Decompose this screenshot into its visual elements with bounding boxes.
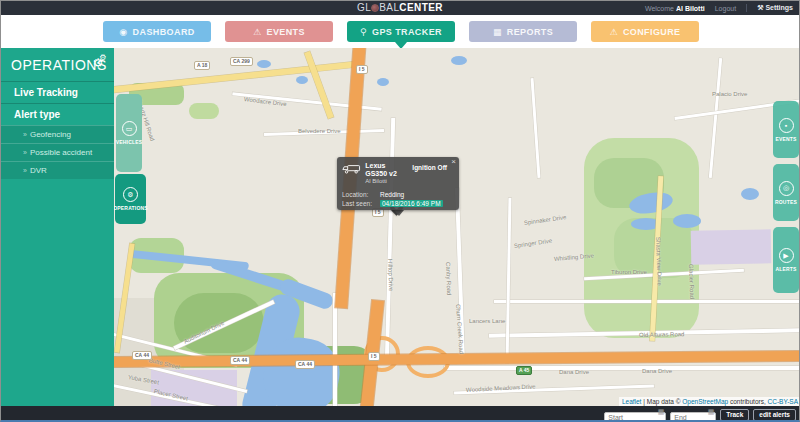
street-label: Placer Street: [153, 388, 188, 402]
track-button[interactable]: Track: [720, 409, 749, 421]
last-seen-row: Last seen:04/18/2016 6:49 PM: [342, 199, 453, 208]
location-row: Location:Redding: [342, 190, 453, 199]
street-label: Glacier Road: [688, 264, 695, 299]
tab-dashboard[interactable]: ◉DASHBOARD: [103, 21, 211, 42]
logo-text-3: CENTER: [399, 2, 443, 13]
logo-text-2: BAL: [379, 2, 399, 13]
warning-icon: ⚠: [253, 27, 261, 37]
settings-button[interactable]: ⚒ Settings: [757, 4, 793, 12]
ignition-status: Ignition Off: [412, 164, 447, 185]
truck-icon: [342, 162, 361, 176]
leaflet-link[interactable]: Leaflet: [622, 398, 642, 405]
road-shield: CA 44: [295, 360, 315, 369]
license-link[interactable]: CC-BY-SA: [768, 398, 798, 405]
street-label: Lancers Lane: [469, 318, 505, 324]
app-window: GLBALCENTER Welcome Al Bilotti Logout ⚒ …: [0, 0, 800, 422]
tab-configure[interactable]: ⚠CONFIGURE: [591, 21, 699, 42]
street-label: Dana Drive: [559, 369, 589, 375]
street-label: Old Alturas Road: [639, 331, 684, 338]
routes-panel-tab[interactable]: ◎ ROUTES: [773, 164, 799, 221]
calendar-icon[interactable]: ▦: [658, 408, 665, 416]
popup-details: Location:Redding Last seen:04/18/2016 6:…: [342, 190, 453, 208]
calendar-icon[interactable]: ▦: [708, 408, 715, 416]
street-label: Shasta View Drive: [655, 237, 663, 286]
sidebar-subitem-possible-accident[interactable]: »Possible accident: [1, 143, 114, 161]
track-controls: ▦ ▦ Track edit alerts: [604, 406, 796, 422]
street-label: Woodside Meadows Drive: [466, 383, 536, 393]
road-shield: A 45: [516, 366, 532, 375]
logo-text-1: GL: [357, 2, 371, 13]
events-panel-tab[interactable]: ▪ EVENTS: [773, 101, 799, 158]
routes-icon: ◎: [779, 181, 794, 196]
location-value: Redding: [380, 191, 404, 198]
street-label: Tiburon Drive: [611, 269, 647, 275]
street-label: Whistling Drive: [554, 253, 594, 262]
logout-link[interactable]: Logout: [715, 5, 736, 12]
street-label: Hilltop Drive: [387, 259, 394, 292]
nav-tab-row: ◉DASHBOARD ⚠EVENTS ⚲GPS TRACKER ▦REPORTS…: [103, 21, 699, 42]
welcome-text: Welcome Al Bilotti: [645, 5, 705, 12]
street-label: Canby Road: [445, 262, 452, 296]
street-label: Palacio Drive: [712, 91, 747, 97]
road-shield: I 5: [368, 352, 380, 361]
alerts-icon: ▶: [779, 248, 794, 263]
street-label: Yuba Street: [127, 374, 159, 385]
road-shield: CA 299: [230, 57, 253, 66]
sidebar-title: OPERATIONS ⚙⚙: [1, 48, 114, 81]
tab-gps-tracker[interactable]: ⚲GPS TRACKER: [347, 21, 455, 42]
wrench-icon: ⚒: [757, 4, 763, 11]
popup-tail: [394, 210, 404, 216]
osm-link[interactable]: OpenStreetMap: [682, 398, 728, 405]
gears-icon: ⚙⚙: [93, 56, 104, 70]
start-date-wrap: ▦: [604, 406, 666, 422]
driver-name: Al Bilotti: [365, 178, 408, 185]
sidebar-subitem-geofencing[interactable]: »Geofencing: [1, 125, 114, 143]
vehicle-name: Lexus GS350 v2: [365, 162, 408, 178]
street-label: Belvedere Drive: [298, 128, 341, 134]
alerts-panel-tab[interactable]: ▶ ALERTS: [773, 227, 799, 293]
sidebar-item-live-tracking[interactable]: Live Tracking: [1, 81, 114, 103]
road-shield: CA 44: [230, 356, 250, 365]
gear-icon: ⚙: [123, 187, 138, 202]
username: Al Bilotti: [676, 5, 705, 12]
vehicle-icon: ▭: [122, 121, 137, 136]
bullet-icon: »: [23, 149, 27, 156]
operations-panel-tab[interactable]: ⚙ OPERATIONS: [115, 174, 146, 224]
main-nav: ◉DASHBOARD ⚠EVENTS ⚲GPS TRACKER ▦REPORTS…: [1, 15, 799, 48]
operations-sidebar: OPERATIONS ⚙⚙ Live Tracking Alert type »…: [1, 48, 114, 406]
gauge-icon: ◉: [119, 27, 127, 37]
street-label: Auditorium Drive: [183, 320, 226, 345]
end-date-wrap: ▦: [670, 406, 716, 422]
bullet-icon: »: [23, 131, 27, 138]
edit-alerts-button[interactable]: edit alerts: [753, 409, 796, 421]
events-icon: ▪: [779, 118, 794, 133]
sidebar-item-alert-type[interactable]: Alert type: [1, 103, 114, 125]
close-icon[interactable]: ×: [451, 158, 456, 166]
last-seen-value: 04/18/2016 6:49 PM: [380, 200, 443, 207]
bottom-bar: ▦ ▦ Track edit alerts: [1, 406, 799, 422]
road-shield: CA 44: [132, 351, 152, 360]
popup-vehicle-info: Lexus GS350 v2 Al Bilotti: [365, 162, 408, 185]
tools-icon: ⚠: [609, 27, 617, 37]
road-shield: A 18: [194, 61, 210, 70]
street-label: Dana Drive: [642, 368, 672, 374]
top-header: GLBALCENTER Welcome Al Bilotti Logout ⚒ …: [1, 1, 799, 15]
street-label: Springer Drive: [514, 238, 553, 249]
street-label: Butte Street: [148, 357, 180, 370]
vehicle-popup: × Lexus GS350 v2 Al Bilotti Ignition Off: [337, 157, 459, 210]
street-label: Spinnaker Drive: [524, 214, 567, 226]
header-divider: [746, 4, 747, 12]
bullet-icon: »: [23, 167, 27, 174]
vehicles-panel-tab[interactable]: ▭ VEHICLES: [116, 94, 142, 172]
street-label: Woodacre Drive: [244, 96, 287, 107]
road-shield: I 5: [356, 65, 368, 74]
location-pin-icon: ⚲: [360, 27, 367, 37]
street-label: Churn Creek Road: [455, 304, 464, 354]
header-user-area: Welcome Al Bilotti Logout ⚒ Settings: [645, 1, 793, 15]
tab-reports[interactable]: ▦REPORTS: [469, 21, 577, 42]
sidebar-subitem-dvr[interactable]: »DVR: [1, 161, 114, 179]
map[interactable]: Woodacre DriveBelvedere DrivePalacio Dri…: [114, 48, 800, 406]
popup-header-row: Lexus GS350 v2 Al Bilotti Ignition Off: [342, 162, 453, 185]
report-grid-icon: ▦: [493, 27, 502, 37]
tab-events[interactable]: ⚠EVENTS: [225, 21, 333, 42]
